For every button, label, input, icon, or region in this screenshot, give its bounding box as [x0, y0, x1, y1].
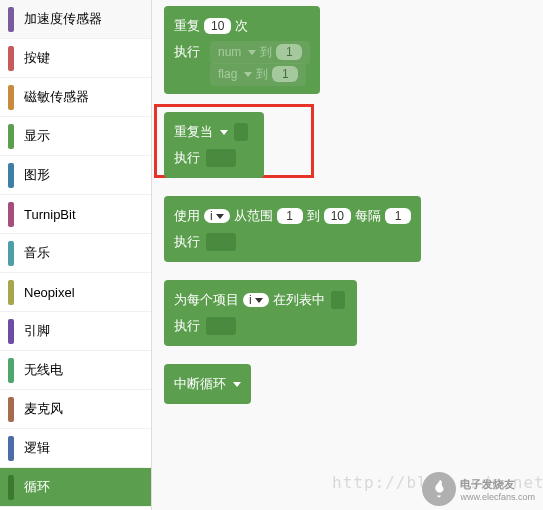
- var-dropdown[interactable]: i: [204, 209, 230, 223]
- cat-label: 按键: [24, 49, 50, 67]
- chevron-down-icon[interactable]: [220, 130, 228, 135]
- ghost-block-set: flag 到 1: [210, 63, 306, 86]
- cat-radio[interactable]: 无线电: [0, 351, 151, 390]
- to-input[interactable]: 10: [324, 208, 351, 224]
- cat-logic[interactable]: 逻辑: [0, 429, 151, 468]
- label: 次: [235, 17, 248, 35]
- chevron-down-icon: [216, 214, 224, 219]
- category-sidebar: 加速度传感器 按键 磁敏传感器 显示 图形 TurnipBit 音乐 Neopi…: [0, 0, 152, 510]
- label: 中断循环: [174, 375, 226, 393]
- cat-label: 磁敏传感器: [24, 88, 89, 106]
- label: 重复: [174, 17, 200, 35]
- cat-label: 显示: [24, 127, 50, 145]
- label: 执行: [174, 149, 200, 167]
- block-break[interactable]: 中断循环: [164, 364, 251, 404]
- block-for-each[interactable]: 为每个项目 i 在列表中 执行: [164, 280, 357, 346]
- count-input[interactable]: 10: [204, 18, 231, 34]
- cat-neopixel[interactable]: Neopixel: [0, 273, 151, 312]
- cat-label: 加速度传感器: [24, 10, 102, 28]
- cat-microphone[interactable]: 麦克风: [0, 390, 151, 429]
- label: 执行: [174, 233, 200, 251]
- body-slot[interactable]: [206, 233, 236, 251]
- cat-label: 逻辑: [24, 439, 50, 457]
- cat-magnetic[interactable]: 磁敏传感器: [0, 78, 151, 117]
- app-root: 加速度传感器 按键 磁敏传感器 显示 图形 TurnipBit 音乐 Neopi…: [0, 0, 543, 510]
- cat-label: 引脚: [24, 322, 50, 340]
- cat-label: 音乐: [24, 244, 50, 262]
- cat-button[interactable]: 按键: [0, 39, 151, 78]
- block-repeat-while[interactable]: 重复当 执行: [164, 112, 264, 178]
- cat-display[interactable]: 显示: [0, 117, 151, 156]
- cat-label: 无线电: [24, 361, 63, 379]
- condition-slot[interactable]: [234, 123, 248, 141]
- cat-turnipbit[interactable]: TurnipBit: [0, 195, 151, 234]
- label: 到: [307, 207, 320, 225]
- block-repeat-n[interactable]: 重复 10 次 执行 num 到 1 flag 到 1: [164, 6, 320, 94]
- body-slot[interactable]: [206, 149, 236, 167]
- body-slot[interactable]: [206, 317, 236, 335]
- cat-graphics[interactable]: 图形: [0, 156, 151, 195]
- cat-accelerometer[interactable]: 加速度传感器: [0, 0, 151, 39]
- cat-label: TurnipBit: [24, 207, 76, 222]
- brand-name: 电子发烧友: [460, 477, 535, 492]
- chevron-down-icon[interactable]: [233, 382, 241, 387]
- cat-label: 循环: [24, 478, 50, 496]
- chevron-down-icon: [255, 298, 263, 303]
- var-dropdown[interactable]: i: [243, 293, 269, 307]
- cat-pins[interactable]: 引脚: [0, 312, 151, 351]
- cat-loops[interactable]: 循环: [0, 468, 151, 507]
- block-for-range[interactable]: 使用 i 从范围 1 到 10 每隔 1 执行: [164, 196, 421, 262]
- cat-label: 图形: [24, 166, 50, 184]
- label: 从范围: [234, 207, 273, 225]
- label: 使用: [174, 207, 200, 225]
- cat-music[interactable]: 音乐: [0, 234, 151, 273]
- label: 每隔: [355, 207, 381, 225]
- from-input[interactable]: 1: [277, 208, 303, 224]
- brand-footer: 电子发烧友 www.elecfans.com: [422, 472, 535, 506]
- list-slot[interactable]: [331, 291, 345, 309]
- label: 执行: [174, 317, 200, 335]
- label: 在列表中: [273, 291, 325, 309]
- cat-label: Neopixel: [24, 285, 75, 300]
- label: 执行: [174, 43, 200, 61]
- label: 为每个项目: [174, 291, 239, 309]
- step-input[interactable]: 1: [385, 208, 411, 224]
- label: 重复当: [174, 123, 213, 141]
- cat-label: 麦克风: [24, 400, 63, 418]
- block-palette: 重复 10 次 执行 num 到 1 flag 到 1: [152, 0, 543, 510]
- brand-url: www.elecfans.com: [460, 492, 535, 502]
- ghost-block-set: num 到 1: [210, 41, 310, 64]
- brand-logo-icon: [422, 472, 456, 506]
